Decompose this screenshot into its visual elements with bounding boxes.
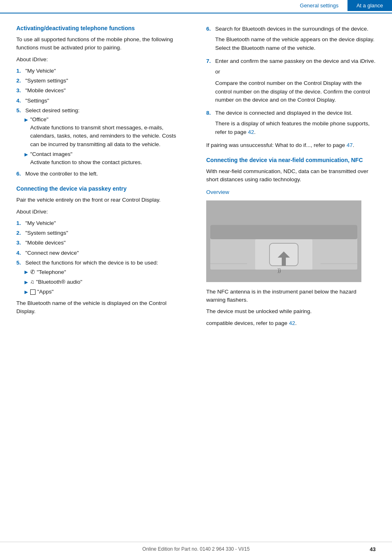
page-link-47[interactable]: 47 <box>347 142 353 148</box>
arrow-icon: ▶ <box>24 280 28 285</box>
unsuccessful-text: If pairing was unsuccessful: What to do … <box>206 141 376 149</box>
svg-rect-2 <box>210 225 357 239</box>
step-num: 3. <box>16 239 23 247</box>
page-footer: Online Edition for Part no. 0140 2 964 3… <box>0 542 392 556</box>
header-tabs: General settings At a glance <box>291 0 392 11</box>
step-num: 6. <box>206 25 213 33</box>
step-text: Select the functions for which the devic… <box>25 259 158 267</box>
arrow-icon: ▶ <box>24 289 28 295</box>
apps-icon <box>30 289 36 295</box>
list-item: 5. Select desired setting: <box>16 107 186 115</box>
sub-item-bluetooth-audio: ▶ ♫"Bluetooth® audio" <box>24 279 186 286</box>
step-num: 1. <box>16 67 23 75</box>
step-text: "System settings" <box>25 229 68 237</box>
step-num: 4. <box>16 249 23 257</box>
sub-item-office-desc: Activate functions to transmit short mes… <box>30 124 186 149</box>
arrow-icon: ▶ <box>24 269 28 275</box>
step-text: "My Vehicle" <box>25 219 56 227</box>
sub-item-telephone-content: ✆"Telephone" <box>30 269 186 276</box>
step-text: "My Vehicle" <box>25 67 56 75</box>
step8-desc: There is a display of which features the… <box>215 120 376 136</box>
phone-icon: ✆ <box>30 269 35 275</box>
step-text: Move the controller to the left. <box>25 170 98 178</box>
section1-intro: To use all supported functions of the mo… <box>16 36 186 52</box>
step-num: 8. <box>206 109 213 117</box>
nfc-caption2: The device must be unlocked while pairin… <box>206 307 376 316</box>
list-item: 2. "System settings" <box>16 229 186 237</box>
section1-steps: 1. "My Vehicle" 2. "System settings" 3. … <box>16 67 186 115</box>
list-item: 6. Move the controller to the left. <box>16 170 186 178</box>
list-item: 3. "Mobile devices" <box>16 87 186 95</box>
right-step8: 8. The device is connected and displayed… <box>206 109 376 117</box>
section2-about: About iDrive: <box>16 208 186 216</box>
step-num: 2. <box>16 229 23 237</box>
music-icon: ♫ <box>30 279 34 285</box>
step-text: Search for Bluetooth devices in the surr… <box>215 25 368 33</box>
sub-item-telephone-label: ✆"Telephone" <box>30 269 186 275</box>
step-num: 1. <box>16 219 23 227</box>
arrow-icon: ▶ <box>24 152 28 157</box>
left-column: Activating/deactivating telephone functi… <box>16 25 190 331</box>
sub-list-2: ▶ ✆"Telephone" ▶ ♫"Bluetooth® audio" <box>24 269 186 296</box>
footer-text: Online Edition for Part no. 0140 2 964 3… <box>143 546 250 552</box>
step-text: "Mobile devices" <box>25 239 66 247</box>
step-num: 5. <box>16 259 23 267</box>
step-text: The device is connected and displayed in… <box>215 109 352 117</box>
nfc-caption3: compatible devices, refer to page 42. <box>206 319 376 327</box>
step-num: 5. <box>16 107 23 115</box>
sub-item-office-content: "Office" Activate functions to transmit … <box>30 116 186 149</box>
sub-item-apps: ▶ "Apps" <box>24 289 186 296</box>
section-passkey: Connecting the device via passkey entry … <box>16 185 186 316</box>
section1-about: About iDrive: <box>16 56 186 64</box>
step7-or: or <box>215 68 376 76</box>
page-link-42-nfc[interactable]: 42 <box>289 320 295 326</box>
sub-item-apps-content: "Apps" <box>30 289 186 296</box>
arrow-icon: ▶ <box>24 117 28 122</box>
step-text: Select desired setting: <box>25 107 80 115</box>
step-num: 7. <box>206 57 213 65</box>
right-step6: 6. Search for Bluetooth devices in the s… <box>206 25 376 33</box>
section2-title: Connecting the device via passkey entry <box>16 185 186 192</box>
tab-general-settings[interactable]: General settings <box>291 0 347 11</box>
section-telephone-functions: Activating/deactivating telephone functi… <box>16 25 186 178</box>
step-text: Enter and confirm the same passkey on th… <box>215 57 375 65</box>
step-text: "Settings" <box>25 97 49 105</box>
right-column: 6. Search for Bluetooth devices in the s… <box>202 25 376 331</box>
sub-item-bluetooth-content: ♫"Bluetooth® audio" <box>30 279 186 286</box>
step-num: 4. <box>16 97 23 105</box>
sub-item-contact-label: "Contact images" <box>30 151 186 157</box>
step-text: "Mobile devices" <box>25 87 66 95</box>
step6-desc: The Bluetooth name of the vehicle appear… <box>215 36 376 52</box>
sub-list-1: ▶ "Office" Activate functions to transmi… <box>24 116 186 167</box>
section2-outro: The Bluetooth name of the vehicle is dis… <box>16 299 186 316</box>
main-content: Activating/deactivating telephone functi… <box>0 13 392 339</box>
list-item: 4. "Settings" <box>16 97 186 105</box>
section-nfc: Connecting the device via near-field com… <box>206 157 376 327</box>
section3-title: Connecting the device via near-field com… <box>206 157 376 163</box>
sub-item-bluetooth-label: ♫"Bluetooth® audio" <box>30 279 186 285</box>
step7-desc: Compare the control number on the Contro… <box>215 79 376 104</box>
step-text: "System settings" <box>25 77 68 85</box>
sub-item-contact-images: ▶ "Contact images" Activate function to … <box>24 151 186 167</box>
section2-steps: 1. "My Vehicle" 2. "System settings" 3. … <box>16 219 186 267</box>
step-text: "Connect new device" <box>25 249 79 257</box>
step-num: 3. <box>16 87 23 95</box>
sub-item-contact-content: "Contact images" Activate function to sh… <box>30 151 186 167</box>
page-link-42[interactable]: 42 <box>248 129 254 135</box>
list-item: 1. "My Vehicle" <box>16 67 186 75</box>
section1-title: Activating/deactivating telephone functi… <box>16 25 186 31</box>
list-item: 1. "My Vehicle" <box>16 219 186 227</box>
page-header: General settings At a glance <box>0 0 392 13</box>
step-num: 2. <box>16 77 23 85</box>
right-step7: 7. Enter and confirm the same passkey on… <box>206 57 376 65</box>
tab-at-a-glance[interactable]: At a glance <box>347 0 392 11</box>
list-item: 4. "Connect new device" <box>16 249 186 257</box>
overview-title: Overview <box>206 188 376 196</box>
list-item: 5. Select the functions for which the de… <box>16 259 186 267</box>
section2-intro: Pair the vehicle entirely on the front o… <box>16 196 186 204</box>
sub-item-office: ▶ "Office" Activate functions to transmi… <box>24 116 186 149</box>
sub-item-contact-desc: Activate function to show the contact pi… <box>30 158 186 167</box>
sub-item-apps-label: "Apps" <box>30 289 186 295</box>
nfc-image: )) <box>206 200 361 282</box>
list-item: 2. "System settings" <box>16 77 186 85</box>
